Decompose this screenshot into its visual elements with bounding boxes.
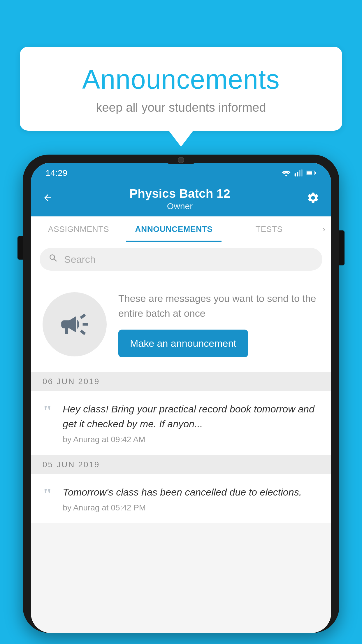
svg-rect-6 [307, 172, 312, 175]
back-button[interactable] [43, 192, 53, 206]
announcement-prompt-text: These are messages you want to send to t… [118, 291, 319, 321]
search-placeholder: Search [64, 254, 96, 265]
announcement-item-2[interactable]: " Tomorrow's class has been cancelled du… [31, 474, 331, 523]
svg-rect-2 [299, 170, 300, 176]
speech-bubble-section: Announcements keep all your students inf… [20, 47, 342, 147]
battery-icon [306, 169, 317, 176]
tabs-bar: ASSIGNMENTS ANNOUNCEMENTS TESTS › [31, 216, 331, 242]
announcement-icon-circle [43, 292, 107, 356]
status-bar: 14:29 [31, 163, 331, 181]
announcement-content-2: Tomorrow's class has been cancelled due … [63, 485, 302, 512]
speech-bubble-arrow [169, 131, 193, 147]
status-time: 14:29 [45, 168, 67, 178]
make-announcement-button[interactable]: Make an announcement [118, 330, 248, 357]
announcement-meta-1: by Anurag at 09:42 AM [63, 435, 319, 444]
svg-rect-3 [301, 169, 303, 176]
phone-screen: 14:29 [31, 163, 331, 633]
status-icons [282, 169, 317, 176]
svg-rect-1 [297, 172, 298, 176]
speech-bubble-card: Announcements keep all your students inf… [20, 47, 342, 131]
date-separator-2: 05 JUN 2019 [31, 455, 331, 474]
speech-bubble-title: Announcements [43, 64, 319, 95]
app-bar: Physics Batch 12 Owner [31, 181, 331, 216]
search-container: Search [31, 242, 331, 276]
announcement-text-2: Tomorrow's class has been cancelled due … [63, 485, 302, 500]
speech-bubble-subtitle: keep all your students informed [43, 101, 319, 115]
announcement-meta-2: by Anurag at 05:42 PM [63, 503, 302, 512]
announcement-prompt-card: These are messages you want to send to t… [31, 276, 331, 372]
tab-more[interactable]: › [317, 216, 331, 242]
search-icon [48, 253, 58, 265]
app-bar-title: Physics Batch 12 [53, 187, 307, 201]
phone-camera [178, 157, 184, 163]
svg-rect-5 [315, 172, 316, 174]
phone-outer: 14:29 [23, 155, 339, 633]
announcement-content-1: Hey class! Bring your practical record b… [63, 402, 319, 444]
tab-announcements[interactable]: ANNOUNCEMENTS [126, 216, 222, 242]
quote-icon-1: " [43, 403, 52, 420]
settings-button[interactable] [307, 191, 319, 207]
tab-tests[interactable]: TESTS [222, 216, 317, 242]
announcement-prompt-right: These are messages you want to send to t… [118, 291, 319, 357]
svg-rect-0 [295, 173, 296, 176]
signal-icon [294, 169, 303, 176]
tab-assignments[interactable]: ASSIGNMENTS [31, 216, 126, 242]
phone-notch [164, 155, 198, 164]
date-separator-1: 06 JUN 2019 [31, 372, 331, 391]
search-bar[interactable]: Search [40, 248, 322, 271]
megaphone-icon [59, 308, 91, 340]
announcement-text-1: Hey class! Bring your practical record b… [63, 402, 319, 431]
announcement-item-1[interactable]: " Hey class! Bring your practical record… [31, 391, 331, 455]
app-bar-subtitle: Owner [53, 201, 307, 211]
quote-icon-2: " [43, 486, 52, 503]
content-area: Search These are messages you want to se… [31, 242, 331, 633]
phone-mockup: 14:29 [23, 155, 339, 644]
wifi-icon [282, 169, 291, 176]
app-bar-title-group: Physics Batch 12 Owner [53, 187, 307, 211]
